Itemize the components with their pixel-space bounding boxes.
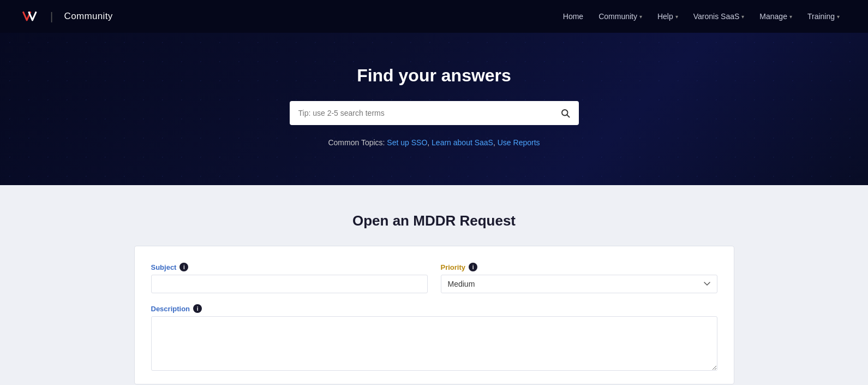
hero-section: Find your answers Common Topics: Set up … xyxy=(0,33,868,185)
navbar: | Community Home Community ▾ Help ▾ Varo… xyxy=(0,0,868,33)
nav-manage-chevron: ▾ xyxy=(789,14,792,20)
priority-info-icon[interactable]: i xyxy=(469,263,477,271)
nav-training-label: Training xyxy=(807,12,835,21)
nav-item-varonis-saas[interactable]: Varonis SaaS ▾ xyxy=(687,8,751,25)
subject-input[interactable] xyxy=(151,275,428,293)
main-content: Open an MDDR Request Subject i Priority … xyxy=(0,185,868,385)
common-topic-reports[interactable]: Use Reports xyxy=(498,138,540,147)
description-group: Description i xyxy=(151,304,717,371)
nav-community-label: Community xyxy=(598,12,637,21)
form-card: Subject i Priority i Medium Low High Cri… xyxy=(134,246,734,384)
nav-item-manage[interactable]: Manage ▾ xyxy=(753,8,799,25)
common-topics-label: Common Topics: xyxy=(328,138,385,147)
svg-line-1 xyxy=(567,115,569,117)
subject-label: Subject i xyxy=(151,263,428,271)
priority-label: Priority i xyxy=(441,263,717,271)
nav-item-help[interactable]: Help ▾ xyxy=(651,8,685,25)
nav-manage-label: Manage xyxy=(759,12,787,21)
nav-help-label: Help xyxy=(657,12,673,21)
nav-item-training[interactable]: Training ▾ xyxy=(801,8,846,25)
form-title: Open an MDDR Request xyxy=(11,212,857,229)
nav-item-community[interactable]: Community ▾ xyxy=(592,8,649,25)
description-info-icon[interactable]: i xyxy=(193,304,202,313)
subject-info-icon[interactable]: i xyxy=(179,263,188,271)
search-input[interactable] xyxy=(290,101,552,125)
description-textarea[interactable] xyxy=(151,316,717,371)
common-topic-sso[interactable]: Set up SSO xyxy=(387,138,427,147)
priority-group: Priority i Medium Low High Critical xyxy=(441,263,717,293)
nav-saas-chevron: ▾ xyxy=(741,14,744,20)
brand-divider: | xyxy=(50,10,53,23)
search-button[interactable] xyxy=(552,102,579,125)
navbar-nav: Home Community ▾ Help ▾ Varonis SaaS ▾ M… xyxy=(556,8,846,25)
nav-community-chevron: ▾ xyxy=(639,14,642,20)
nav-item-home[interactable]: Home xyxy=(556,8,590,25)
subject-group: Subject i xyxy=(151,263,428,293)
description-label: Description i xyxy=(151,304,717,313)
nav-training-chevron: ▾ xyxy=(837,14,840,20)
priority-select[interactable]: Medium Low High Critical xyxy=(441,275,717,293)
common-topic-saas[interactable]: Learn about SaaS xyxy=(432,138,493,147)
common-topics: Common Topics: Set up SSO, Learn about S… xyxy=(11,138,857,147)
nav-help-chevron: ▾ xyxy=(675,14,678,20)
varonis-logo-icon xyxy=(22,10,39,23)
varonis-logo[interactable] xyxy=(22,10,39,23)
brand-community-label: Community xyxy=(64,11,113,22)
form-row-1: Subject i Priority i Medium Low High Cri… xyxy=(151,263,717,293)
hero-title: Find your answers xyxy=(11,66,857,86)
nav-home-label: Home xyxy=(563,12,583,21)
search-bar xyxy=(290,101,579,125)
nav-saas-label: Varonis SaaS xyxy=(693,12,740,21)
brand: | Community xyxy=(22,10,113,23)
search-icon xyxy=(560,108,570,118)
